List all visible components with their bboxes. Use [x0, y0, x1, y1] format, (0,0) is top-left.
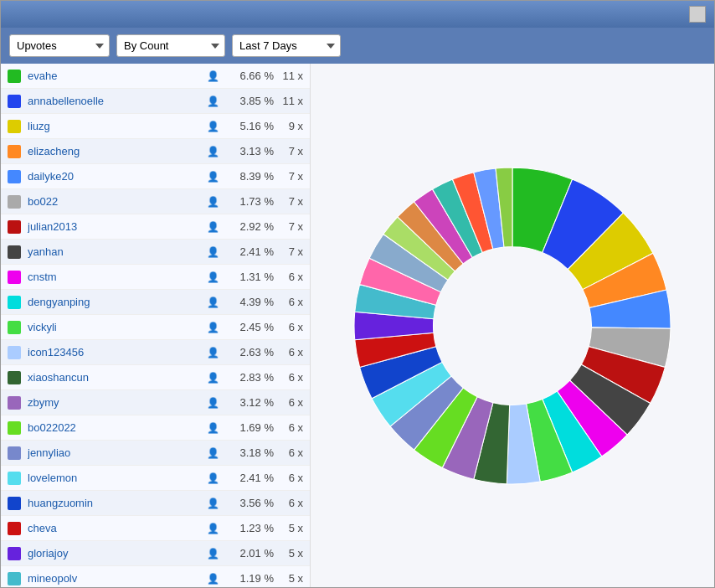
count-value: 6 x [274, 497, 303, 509]
username-label[interactable]: icon123456 [28, 346, 207, 358]
list-item[interactable]: yanhan 👤 2.41 % 7 x [1, 240, 310, 265]
username-label[interactable]: annabellenoelle [28, 95, 207, 107]
username-label[interactable]: gloriajoy [28, 547, 207, 560]
list-item[interactable]: jennyliao 👤 3.18 % 6 x [1, 441, 310, 466]
count-value: 6 x [274, 346, 303, 358]
vote-type-select[interactable]: UpvotesDownvotesAll [9, 34, 110, 57]
color-indicator [8, 497, 21, 510]
count-value: 6 x [274, 421, 303, 434]
username-label[interactable]: elizacheng [28, 145, 207, 157]
close-button[interactable] [689, 6, 706, 23]
color-indicator [8, 572, 21, 585]
list-item[interactable]: zbymy 👤 3.12 % 6 x [1, 390, 310, 415]
username-label[interactable]: dailyke20 [28, 170, 207, 183]
username-label[interactable]: cnstm [28, 271, 207, 283]
color-indicator [8, 220, 21, 234]
chart-panel [311, 64, 714, 587]
username-label[interactable]: mineopolv [28, 572, 207, 585]
username-label[interactable]: bo022 [28, 195, 207, 208]
list-item[interactable]: evahe 👤 6.66 % 11 x [1, 64, 310, 89]
list-item[interactable]: cheva 👤 1.23 % 5 x [1, 516, 310, 541]
list-item[interactable]: liuzg 👤 5.16 % 9 x [1, 114, 310, 139]
color-indicator [8, 245, 21, 259]
count-value: 6 x [274, 321, 303, 333]
username-label[interactable]: yanhan [28, 245, 207, 258]
user-icon: 👤 [207, 573, 219, 585]
list-item[interactable]: cnstm 👤 1.31 % 6 x [1, 265, 310, 290]
count-value: 11 x [274, 95, 303, 107]
list-item[interactable]: julian2013 👤 2.92 % 7 x [1, 214, 310, 240]
color-indicator [8, 321, 21, 334]
percentage-value: 2.01 % [228, 547, 274, 560]
color-indicator [8, 421, 21, 435]
percentage-value: 2.83 % [228, 371, 274, 384]
color-indicator [8, 120, 21, 133]
list-item[interactable]: bo022022 👤 1.69 % 6 x [1, 415, 310, 441]
period-select[interactable]: Last 7 DaysLast 30 DaysLast 90 DaysAll T… [232, 34, 341, 57]
username-label[interactable]: lovelemon [28, 472, 207, 484]
percentage-value: 2.41 % [228, 472, 274, 484]
username-label[interactable]: cheva [28, 522, 207, 534]
user-icon: 👤 [207, 196, 219, 208]
percentage-value: 1.23 % [228, 522, 274, 534]
color-indicator [8, 396, 21, 410]
username-label[interactable]: bo022022 [28, 421, 207, 434]
percentage-value: 3.12 % [228, 396, 274, 409]
list-item[interactable]: elizacheng 👤 3.13 % 7 x [1, 139, 310, 164]
color-indicator [8, 170, 21, 183]
user-icon: 👤 [207, 246, 219, 258]
user-icon: 👤 [207, 498, 219, 509]
username-label[interactable]: xiaoshancun [28, 371, 207, 384]
user-icon: 👤 [207, 297, 219, 308]
percentage-value: 2.63 % [228, 346, 274, 358]
list-item[interactable]: icon123456 👤 2.63 % 6 x [1, 340, 310, 365]
user-list: evahe 👤 6.66 % 11 x annabellenoelle 👤 3.… [1, 64, 311, 587]
percentage-value: 2.92 % [228, 220, 274, 233]
username-label[interactable]: evahe [28, 70, 207, 82]
username-label[interactable]: jennyliao [28, 446, 207, 459]
percentage-value: 1.31 % [228, 271, 274, 283]
username-label[interactable]: zbymy [28, 396, 207, 409]
list-item[interactable]: bo022 👤 1.73 % 7 x [1, 189, 310, 214]
user-icon: 👤 [207, 372, 219, 384]
list-item[interactable]: dailyke20 👤 8.39 % 7 x [1, 164, 310, 189]
list-item[interactable]: gloriajoy 👤 2.01 % 5 x [1, 541, 310, 566]
user-icon: 👤 [207, 146, 219, 157]
sort-select[interactable]: By CountBy PercentBy Name [116, 34, 225, 57]
count-value: 5 x [274, 572, 303, 585]
list-item[interactable]: lovelemon 👤 2.41 % 6 x [1, 466, 310, 491]
count-value: 7 x [274, 145, 303, 157]
percentage-value: 3.56 % [228, 497, 274, 509]
username-label[interactable]: julian2013 [28, 220, 207, 233]
color-indicator [8, 296, 21, 309]
user-icon: 👤 [207, 422, 219, 434]
count-value: 6 x [274, 371, 303, 384]
percentage-value: 6.66 % [228, 70, 274, 82]
donut-chart [337, 150, 688, 502]
username-label[interactable]: vickyli [28, 321, 207, 333]
username-label[interactable]: huangzuomin [28, 497, 207, 509]
user-icon: 👤 [207, 95, 219, 107]
count-value: 6 x [274, 296, 303, 308]
count-value: 7 x [274, 170, 303, 183]
percentage-value: 1.19 % [228, 572, 274, 585]
donut-svg [337, 150, 688, 502]
color-indicator [8, 446, 21, 460]
count-value: 11 x [274, 70, 303, 82]
user-icon: 👤 [207, 271, 219, 283]
percentage-value: 3.18 % [228, 446, 274, 459]
list-item[interactable]: xiaoshancun 👤 2.83 % 6 x [1, 365, 310, 390]
list-item[interactable]: dengyanping 👤 4.39 % 6 x [1, 290, 310, 315]
list-item[interactable]: huangzuomin 👤 3.56 % 6 x [1, 491, 310, 516]
color-indicator [8, 195, 21, 209]
list-item[interactable]: annabellenoelle 👤 3.85 % 11 x [1, 89, 310, 114]
percentage-value: 1.73 % [228, 195, 274, 208]
list-item[interactable]: vickyli 👤 2.45 % 6 x [1, 315, 310, 340]
user-icon: 👤 [207, 397, 219, 409]
color-indicator [8, 547, 21, 560]
username-label[interactable]: liuzg [28, 120, 207, 132]
username-label[interactable]: dengyanping [28, 296, 207, 308]
list-item[interactable]: mineopolv 👤 1.19 % 5 x [1, 566, 310, 587]
count-value: 5 x [274, 522, 303, 534]
user-icon: 👤 [207, 322, 219, 333]
